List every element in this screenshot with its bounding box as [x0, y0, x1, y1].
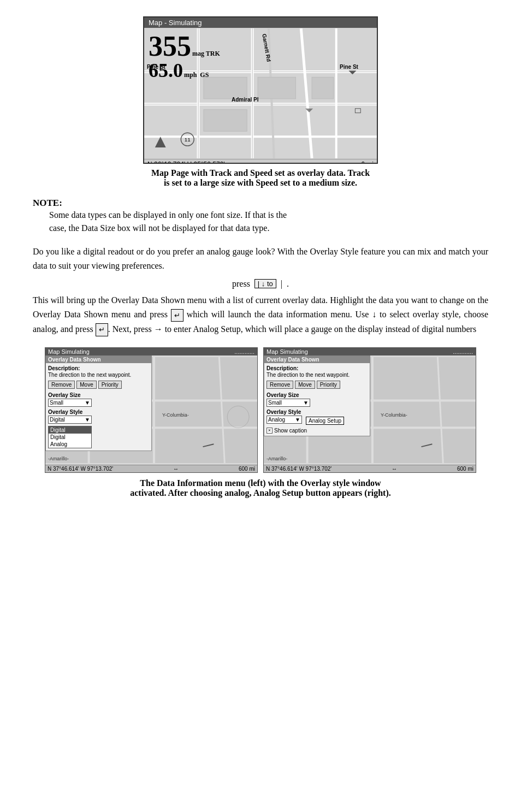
dropdown-item-digital-selected[interactable]: Digital: [49, 426, 91, 434]
map-overlay-numbers: 355 mag TRK 65.0 mph GS: [149, 32, 220, 80]
svg-rect-13: [204, 77, 247, 99]
svg-text:-Amarillo-: -Amarillo-: [48, 456, 69, 461]
ods-header-right: Overlay Data Shown: [264, 356, 370, 363]
bottom-right-status-right: 600 mi: [457, 466, 473, 472]
note-label: NOTE:: [33, 198, 488, 209]
bottom-left-arrow: ↔: [173, 466, 179, 472]
map-status-left: N 36°10.734' U 95°50.579': [147, 161, 225, 164]
ods-header-left: Overlay Data Shown: [46, 356, 151, 363]
overlay-style-select-right[interactable]: Analog ▼: [267, 416, 302, 424]
svg-text:-Amarillo-: -Amarillo-: [267, 456, 287, 461]
top-map-image: Map - Simulating: [143, 16, 378, 164]
bottom-screenshots: Map Simulating ............ Y-Columbia- …: [33, 347, 488, 473]
overlay-data-shown-right: Overlay Data Shown Description: The dire…: [264, 355, 370, 436]
ods-buttons-left: Remove Move Priority: [48, 381, 149, 389]
ods-desc-text-right: The direction to the next waypoint.: [267, 371, 368, 378]
svg-text:Y-Columbia-: Y-Columbia-: [162, 412, 189, 418]
note-section: NOTE: Some data types can be displayed i…: [33, 198, 488, 235]
bottom-right-arrow: ↔: [392, 466, 397, 472]
move-btn-right[interactable]: Move: [295, 381, 315, 389]
dropdown-arrow2-left: ▼: [85, 417, 90, 423]
dropdown-arrow-right: ▼: [303, 400, 309, 406]
press-separator: |: [281, 279, 282, 289]
press-period: .: [287, 279, 289, 289]
svg-text:11: 11: [185, 137, 191, 143]
press-key: | ↓ to: [254, 279, 276, 288]
map-big-number: 355: [149, 32, 191, 61]
show-caption-label: Show caption: [274, 428, 307, 434]
street-label-pine2: Pine St: [340, 64, 358, 70]
ods-body-left: Description: The direction to the next w…: [46, 363, 151, 451]
bottom-map-right-statusbar: N 37°46.614' W 97°13.702' ↔ 600 mi: [264, 465, 476, 472]
ods-body-right: Description: The direction to the next w…: [264, 363, 370, 436]
overlay-size-select-right[interactable]: Small ▼: [267, 399, 310, 407]
overlay-data-shown-left: Overlay Data Shown Description: The dire…: [45, 355, 152, 451]
ods-desc-label-right: Description:: [267, 365, 368, 371]
bottom-map-right-dots: ............: [453, 348, 473, 355]
overlay-size-label-left: Overlay Size: [48, 392, 149, 398]
svg-rect-14: [258, 77, 295, 99]
priority-btn-right[interactable]: Priority: [317, 381, 340, 389]
dropdown-item-analog[interactable]: Analog: [49, 441, 91, 448]
map-title: Map - Simulating: [149, 19, 202, 27]
overlay-style-label-right: Overlay Style: [267, 409, 368, 415]
bottom-left-status-left: N 37°46.614' W 97°13.702': [48, 466, 113, 472]
body2-part2: . Next, press → to enter Analog Setup, w…: [108, 324, 477, 334]
dropdown-arrow-left: ▼: [85, 400, 90, 406]
street-label-pine: Pine St: [147, 64, 165, 70]
svg-rect-16: [204, 110, 247, 132]
map-medium-unit2: GS: [200, 71, 209, 79]
overlay-size-label-right: Overlay Size: [267, 392, 368, 398]
caption1: Map Page with Track and Speed set as ove…: [151, 168, 370, 188]
enter-key: ↵: [171, 309, 183, 322]
map-big-unit: mag TRK: [192, 50, 220, 58]
note-text: Some data types can be displayed in only…: [49, 209, 488, 235]
remove-btn-right[interactable]: Remove: [267, 381, 293, 389]
bottom-map-left-dots: ............: [234, 348, 254, 355]
bottom-right-status-left: N 37°46.614' W 97°13.702': [266, 466, 331, 472]
svg-rect-15: [312, 77, 334, 99]
map-medium-unit: mph: [184, 71, 197, 79]
body-text-2: This will bring up the Overlay Data Show…: [33, 293, 488, 336]
top-map-section: Map - Simulating: [33, 16, 488, 188]
press-word: press: [232, 279, 250, 289]
overlay-style-row-right: Analog ▼ Analog Setup: [267, 416, 368, 426]
dropdown-item-digital2[interactable]: Digital: [49, 434, 91, 441]
move-btn-left[interactable]: Move: [76, 381, 96, 389]
priority-btn-left[interactable]: Priority: [98, 381, 122, 389]
press-line: press | ↓ to | .: [33, 279, 488, 289]
enter-key2: ↵: [96, 323, 108, 336]
analog-setup-button[interactable]: Analog Setup: [306, 417, 344, 425]
map-body: 11 355 mag TRK 65.0 mph GS Pine St: [144, 28, 377, 159]
bottom-map-left-statusbar: N 37°46.614' W 97°13.702' ↔ 600 mi: [45, 465, 257, 472]
overlay-style-select-left[interactable]: Digital ▼: [48, 416, 92, 424]
bottom-map-right-body: Y-Columbia- -Amarillo- N S W E: [264, 355, 476, 465]
street-label-admiral: Admiral Pl: [232, 97, 258, 103]
ods-buttons-right: Remove Move Priority: [267, 381, 368, 389]
map-status-bar: N 36°10.734' U 95°50.579' ↔ 6 mi: [144, 159, 377, 164]
map-status-right: 6 mi: [361, 161, 374, 164]
show-caption-checkbox[interactable]: ×: [267, 428, 273, 434]
dropdown-list-left: Digital Digital Analog: [48, 426, 92, 448]
bottom-map-left-title: Map Simulating ............: [45, 348, 257, 355]
map-title-bar: Map - Simulating: [144, 17, 377, 28]
bottom-map-left-body: Y-Columbia- -Amarillo- 7o mag TRK 7o mag…: [45, 355, 257, 465]
ods-desc-text-left: The direction to the next waypoint.: [48, 371, 149, 378]
bottom-left-status-right: 600 mi: [239, 466, 255, 472]
remove-btn-left[interactable]: Remove: [48, 381, 75, 389]
dropdown-arrow2-right: ▼: [295, 417, 300, 423]
bottom-map-right-title-text: Map Simulating: [267, 348, 308, 355]
map-arrow-icon: ↔: [289, 161, 296, 164]
overlay-size-select-left[interactable]: Small ▼: [48, 399, 92, 407]
bottom-map-left: Map Simulating ............ Y-Columbia- …: [45, 347, 258, 473]
svg-text:Y-Columbia-: Y-Columbia-: [381, 412, 407, 418]
bottom-map-right: Map Simulating ............ Y-Columbia- …: [263, 347, 476, 473]
show-caption-row: × Show caption: [267, 428, 368, 434]
bottom-map-right-title: Map Simulating ............: [264, 348, 476, 355]
bottom-caption: The Data Information menu (left) with th…: [33, 478, 488, 498]
body-text-1: Do you like a digital readout or do you …: [33, 245, 488, 274]
overlay-style-label-left: Overlay Style: [48, 409, 149, 415]
ods-desc-label-left: Description:: [48, 365, 149, 371]
bottom-map-left-title-text: Map Simulating: [48, 348, 90, 355]
